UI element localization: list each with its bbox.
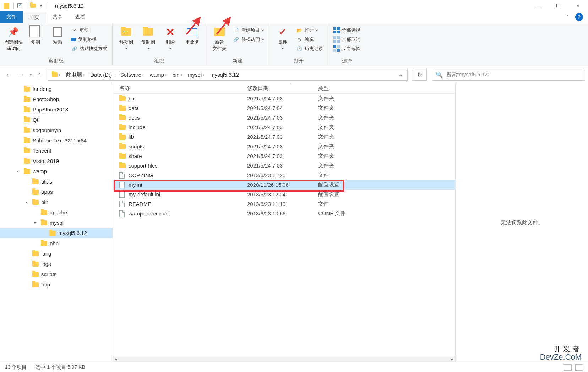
tab-share[interactable]: 共享 — [46, 11, 69, 23]
select-all-button[interactable]: 全部选择 — [332, 26, 362, 34]
invert-selection-button[interactable]: 反向选择 — [332, 44, 362, 53]
open-button[interactable]: 📂打开 — [295, 26, 325, 34]
hscroll-right-icon[interactable]: ▸ — [449, 357, 455, 362]
copy-to-button[interactable]: 复制到 — [138, 24, 158, 50]
edit-button[interactable]: ✎编辑 — [295, 35, 325, 44]
expand-icon[interactable]: ▾ — [17, 169, 21, 173]
file-row[interactable]: support-files2021/5/24 7:03文件夹 — [113, 161, 455, 170]
tree-item-php[interactable]: php — [0, 238, 113, 248]
crumb-5[interactable]: mysql› — [186, 69, 208, 80]
folder-icon — [41, 220, 47, 225]
tree-item-bin[interactable]: ▾bin — [0, 197, 113, 207]
history-button[interactable]: 🕑历史记录 — [295, 44, 325, 53]
view-large-icon[interactable] — [575, 364, 583, 371]
tree-item-qt[interactable]: Qt — [0, 115, 113, 125]
maximize-button[interactable]: ☐ — [548, 0, 568, 11]
nav-back-icon[interactable]: ← — [6, 71, 12, 78]
tree-item-phpstorm2018[interactable]: PhpStorm2018 — [0, 104, 113, 115]
nav-forward-icon[interactable]: → — [18, 71, 24, 78]
crumb-0[interactable]: 此电脑› — [64, 69, 88, 80]
pin-quickaccess-button[interactable]: 📌 固定到快 速访问 — [4, 24, 23, 52]
crumb-2[interactable]: Software› — [118, 69, 148, 80]
delete-button[interactable]: ✕ 删除 — [160, 24, 180, 50]
copy-path-button[interactable]: 复制路径 — [70, 35, 109, 44]
navigation-tree[interactable]: landengPhotoShopPhpStorm2018Qtsogoupinyi… — [0, 83, 113, 362]
new-item-button[interactable]: 📄新建项目 — [232, 26, 265, 34]
rename-button[interactable]: 重命名 — [182, 24, 202, 45]
tab-view[interactable]: 查看 — [69, 11, 92, 23]
address-bar[interactable]: › 此电脑› Data (D:)› Software› wamp› bin› m… — [48, 69, 408, 81]
expand-icon[interactable]: ▾ — [34, 221, 38, 225]
file-list[interactable]: bin2021/5/24 7:03文件夹data2021/5/24 7:04文件… — [113, 94, 455, 362]
paste-button[interactable]: 粘贴 — [48, 24, 67, 45]
tree-item-label: tmp — [41, 281, 50, 288]
tree-item-alias[interactable]: alias — [0, 176, 113, 187]
expand-icon[interactable]: ▾ — [26, 200, 30, 204]
file-row[interactable]: COPYING2013/6/23 11:20文件 — [113, 170, 455, 180]
tree-item-sogoupinyin[interactable]: sogoupinyin — [0, 125, 113, 135]
file-row[interactable]: wampserver.conf2013/6/23 10:56CONF 文件 — [113, 209, 455, 218]
file-name: support-files — [129, 163, 247, 169]
paste-shortcut-button[interactable]: 🔗粘贴快捷方式 — [70, 44, 109, 53]
tree-item-label: PhpStorm2018 — [33, 106, 68, 113]
qat-checkbox-icon[interactable]: ✓ — [17, 3, 22, 8]
tree-item-tencent[interactable]: Tencent — [0, 146, 113, 156]
copy-button[interactable]: 复制 — [26, 24, 45, 45]
horizontal-scrollbar[interactable]: ◂ ▸ — [113, 356, 455, 362]
qat-dropdown-icon[interactable]: ▾ — [38, 2, 44, 9]
folder-icon — [49, 231, 56, 236]
tree-item-photoshop[interactable]: PhotoShop — [0, 94, 113, 104]
help-icon[interactable]: ? — [575, 13, 583, 21]
tree-item-sublime-text-3211-x64[interactable]: Sublime Text 3211 x64 — [0, 135, 113, 146]
file-row[interactable]: my-default.ini2013/6/23 12:24配置设置 — [113, 190, 455, 199]
column-type[interactable]: 类型 — [318, 85, 368, 92]
tree-item-scripts[interactable]: scripts — [0, 269, 113, 279]
crumb-3[interactable]: wamp› — [148, 69, 170, 80]
refresh-button[interactable]: ↻ — [413, 69, 427, 81]
tree-item-apps[interactable]: apps — [0, 187, 113, 197]
file-row[interactable]: bin2021/5/24 7:03文件夹 — [113, 94, 455, 103]
crumb-4[interactable]: bin› — [170, 69, 186, 80]
properties-button[interactable]: ✔ 属性 — [273, 24, 293, 50]
file-row[interactable]: my.ini2020/11/26 15:06配置设置 — [113, 180, 455, 190]
column-date[interactable]: 修改日期 — [247, 85, 318, 92]
file-row[interactable]: include2021/5/24 7:03文件夹 — [113, 122, 455, 132]
ribbon-collapse-icon[interactable]: ˄ — [566, 15, 569, 20]
minimize-button[interactable]: — — [528, 0, 548, 11]
new-folder-button[interactable]: 新建 文件夹 — [209, 24, 229, 52]
crumb-1[interactable]: Data (D:)› — [88, 69, 118, 80]
cut-button[interactable]: ✂剪切 — [70, 26, 109, 34]
tree-item-logs[interactable]: logs — [0, 259, 113, 269]
qat-folder-icon[interactable] — [30, 2, 36, 9]
tree-item-apache[interactable]: apache — [0, 207, 113, 218]
tree-item-visio-2019[interactable]: Visio_2019 — [0, 156, 113, 166]
file-row[interactable]: docs2021/5/24 7:03文件夹 — [113, 113, 455, 122]
file-row[interactable]: data2021/5/24 7:04文件夹 — [113, 103, 455, 113]
file-row[interactable]: lib2021/5/24 7:03文件夹 — [113, 132, 455, 142]
view-details-icon[interactable] — [564, 364, 572, 371]
column-headers[interactable]: ˄ 名称 修改日期 类型 — [113, 83, 455, 94]
nav-history-dropdown-icon[interactable]: ▾ — [30, 72, 32, 77]
column-name[interactable]: 名称 — [119, 85, 247, 92]
address-dropdown-icon[interactable]: ⌄ — [398, 71, 403, 78]
breadcrumb-root-icon[interactable]: › — [50, 69, 64, 80]
search-input[interactable]: 🔍 搜索"mysql5.6.12" — [432, 69, 584, 81]
hscroll-left-icon[interactable]: ◂ — [113, 357, 119, 362]
nav-up-icon[interactable]: ↑ — [38, 71, 41, 78]
tree-item-tmp[interactable]: tmp — [0, 279, 113, 290]
tab-home[interactable]: 主页 — [23, 12, 46, 23]
tree-item-mysql5-6-12[interactable]: mysql5.6.12 — [0, 228, 113, 238]
select-none-button[interactable]: 全部取消 — [332, 35, 362, 44]
close-button[interactable]: ✕ — [568, 0, 588, 11]
tree-item-landeng[interactable]: landeng — [0, 84, 113, 94]
crumb-6[interactable]: mysql5.6.12 — [208, 69, 241, 80]
file-row[interactable]: share2021/5/24 7:03文件夹 — [113, 151, 455, 161]
move-to-button[interactable]: ← 移动到 — [116, 24, 136, 50]
file-row[interactable]: scripts2021/5/24 7:03文件夹 — [113, 142, 455, 151]
easy-access-button[interactable]: 🔗轻松访问 — [232, 35, 265, 44]
tab-file[interactable]: 文件 — [0, 11, 23, 23]
tree-item-lang[interactable]: lang — [0, 248, 113, 259]
file-row[interactable]: README2013/6/23 11:19文件 — [113, 199, 455, 209]
tree-item-wamp[interactable]: ▾wamp — [0, 166, 113, 176]
tree-item-mysql[interactable]: ▾mysql — [0, 218, 113, 228]
